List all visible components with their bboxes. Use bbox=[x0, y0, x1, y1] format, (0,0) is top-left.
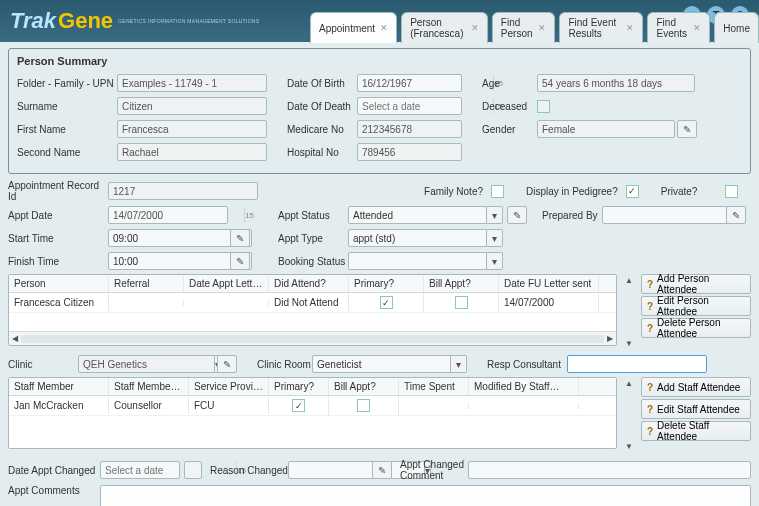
add-person-attendee-button[interactable]: ?Add Person Attendee bbox=[641, 274, 751, 294]
pencil-icon: ✎ bbox=[732, 210, 740, 221]
scroll-down-icon[interactable]: ▼ bbox=[625, 442, 633, 451]
logo-tagline: GENETICS INFORMATION MANAGEMENT SOLUTION… bbox=[118, 19, 259, 24]
scroll-left-icon[interactable]: ◀ bbox=[12, 334, 18, 343]
question-icon: ? bbox=[647, 382, 653, 393]
edit-status-button[interactable]: ✎ bbox=[507, 206, 527, 224]
surname-input[interactable] bbox=[117, 97, 267, 115]
deceased-checkbox[interactable] bbox=[537, 100, 550, 113]
medicare-input[interactable] bbox=[357, 120, 462, 138]
clinic-select[interactable] bbox=[78, 355, 215, 373]
staff-attendee-buttons: ?Add Staff Attendee ?Edit Staff Attendee… bbox=[641, 377, 751, 453]
appt-comments-input[interactable] bbox=[100, 485, 751, 506]
clear-date-button[interactable] bbox=[184, 461, 202, 479]
finish-time-field[interactable]: ▲▼ bbox=[108, 252, 228, 270]
tab-bar: Appointment✕ Person (Francesca)✕ Find Pe… bbox=[310, 12, 759, 43]
firstname-input[interactable] bbox=[117, 120, 267, 138]
scroll-right-icon[interactable]: ▶ bbox=[607, 334, 613, 343]
edit-preparedby-button[interactable]: ✎ bbox=[726, 206, 746, 224]
edit-reason-button[interactable]: ✎ bbox=[372, 461, 392, 479]
staff-attendee-grid: Staff Member Staff Member Role Service P… bbox=[8, 377, 617, 449]
edit-finish-button[interactable]: ✎ bbox=[230, 252, 250, 270]
prepared-by-label: Prepared By bbox=[542, 210, 602, 221]
pencil-icon: ✎ bbox=[683, 124, 691, 135]
secondname-input[interactable] bbox=[117, 143, 267, 161]
secondname-label: Second Name bbox=[17, 147, 117, 158]
pencil-icon: ✎ bbox=[236, 256, 244, 267]
tab-home[interactable]: Home bbox=[714, 12, 759, 43]
h-scrollbar[interactable]: ◀ ▶ bbox=[9, 331, 616, 345]
booking-status-label: Booking Status bbox=[278, 256, 348, 267]
logo-trak: Trak bbox=[10, 8, 56, 34]
tab-close-icon[interactable]: ✕ bbox=[380, 23, 388, 33]
date-changed-field[interactable]: 15 bbox=[100, 461, 180, 479]
person-attendee-grid: Person Referral Date Appt Letter s… Did … bbox=[8, 274, 617, 346]
age-label: Age bbox=[482, 78, 537, 89]
main-content: Person Summary Folder - Family - UPN Dat… bbox=[0, 42, 759, 506]
tab-close-icon[interactable]: ✕ bbox=[538, 23, 546, 33]
edit-gender-button[interactable]: ✎ bbox=[677, 120, 697, 138]
start-time-field[interactable]: ▲▼ bbox=[108, 229, 228, 247]
appt-date-label: Appt Date bbox=[8, 210, 108, 221]
appt-date-field[interactable]: 15 bbox=[108, 206, 228, 224]
hospital-input[interactable] bbox=[357, 143, 462, 161]
family-note-label: Family Note? bbox=[423, 186, 483, 197]
edit-start-button[interactable]: ✎ bbox=[230, 229, 250, 247]
tab-find-events[interactable]: Find Events✕ bbox=[647, 12, 710, 43]
tab-close-icon[interactable]: ✕ bbox=[626, 23, 634, 33]
delete-person-attendee-button[interactable]: ?Delete Person Attendee bbox=[641, 318, 751, 338]
edit-staff-attendee-button[interactable]: ?Edit Staff Attendee bbox=[641, 399, 751, 419]
primary-checkbox[interactable]: ✓ bbox=[380, 296, 393, 309]
record-id-label: Appointment Record Id bbox=[8, 180, 108, 202]
edit-person-attendee-button[interactable]: ?Edit Person Attendee bbox=[641, 296, 751, 316]
clinic-room-select[interactable] bbox=[312, 355, 451, 373]
prepared-by-select[interactable] bbox=[602, 206, 739, 224]
grid-row[interactable]: Jan McCracken Counsellor FCU ✓ bbox=[9, 396, 616, 416]
pencil-icon: ✎ bbox=[223, 359, 231, 370]
changed-comment-input[interactable] bbox=[468, 461, 751, 479]
tab-person[interactable]: Person (Francesca)✕ bbox=[401, 12, 488, 43]
add-staff-attendee-button[interactable]: ?Add Staff Attendee bbox=[641, 377, 751, 397]
primary-checkbox[interactable]: ✓ bbox=[292, 399, 305, 412]
appt-status-select[interactable] bbox=[348, 206, 487, 224]
grid-row[interactable]: Francesca Citizen Did Not Attend ✓ 14/07… bbox=[9, 293, 616, 313]
dob-field[interactable]: 15 bbox=[357, 74, 462, 92]
tab-close-icon[interactable]: ✕ bbox=[471, 23, 479, 33]
tab-find-event-results[interactable]: Find Event Results✕ bbox=[559, 12, 643, 43]
tab-close-icon[interactable]: ✕ bbox=[693, 23, 701, 33]
bill-checkbox[interactable] bbox=[357, 399, 370, 412]
gender-label: Gender bbox=[482, 124, 537, 135]
dropdown-icon[interactable]: ▾ bbox=[487, 252, 503, 270]
private-checkbox[interactable] bbox=[725, 185, 738, 198]
scroll-up-icon[interactable]: ▲ bbox=[625, 276, 633, 285]
delete-staff-attendee-button[interactable]: ?Delete Staff Attendee bbox=[641, 421, 751, 441]
scroll-down-icon[interactable]: ▼ bbox=[625, 339, 633, 348]
dropdown-icon[interactable]: ▾ bbox=[487, 229, 503, 247]
display-pedigree-checkbox[interactable]: ✓ bbox=[626, 185, 639, 198]
tab-find-person[interactable]: Find Person✕ bbox=[492, 12, 556, 43]
date-changed-label: Date Appt Changed bbox=[8, 465, 100, 476]
bill-checkbox[interactable] bbox=[455, 296, 468, 309]
dropdown-icon[interactable]: ▾ bbox=[487, 206, 503, 224]
gender-input[interactable] bbox=[537, 120, 675, 138]
dropdown-icon[interactable]: ▾ bbox=[451, 355, 467, 373]
dod-field[interactable]: 15 bbox=[357, 97, 462, 115]
clinic-label: Clinic bbox=[8, 359, 78, 370]
edit-clinic-button[interactable]: ✎ bbox=[217, 355, 237, 373]
booking-status-select[interactable] bbox=[348, 252, 487, 270]
logo-gene: Gene bbox=[58, 8, 113, 34]
scroll-up-icon[interactable]: ▲ bbox=[625, 379, 633, 388]
v-scrollbar[interactable]: ▲▼ bbox=[621, 377, 637, 453]
family-note-checkbox[interactable] bbox=[491, 185, 504, 198]
resp-consultant-input[interactable] bbox=[567, 355, 707, 373]
appt-comments-label: Appt Comments bbox=[8, 485, 100, 496]
logo: TrakGene GENETICS INFORMATION MANAGEMENT… bbox=[10, 8, 259, 34]
calendar-icon[interactable]: 15 bbox=[244, 207, 254, 223]
v-scrollbar[interactable]: ▲▼ bbox=[621, 274, 637, 350]
appt-status-label: Appt Status bbox=[278, 210, 348, 221]
appt-type-select[interactable] bbox=[348, 229, 487, 247]
pencil-icon: ✎ bbox=[513, 210, 521, 221]
app-header: TrakGene GENETICS INFORMATION MANAGEMENT… bbox=[0, 0, 759, 42]
tab-appointment[interactable]: Appointment✕ bbox=[310, 12, 397, 43]
medicare-label: Medicare No bbox=[287, 124, 357, 135]
folder-input[interactable] bbox=[117, 74, 267, 92]
